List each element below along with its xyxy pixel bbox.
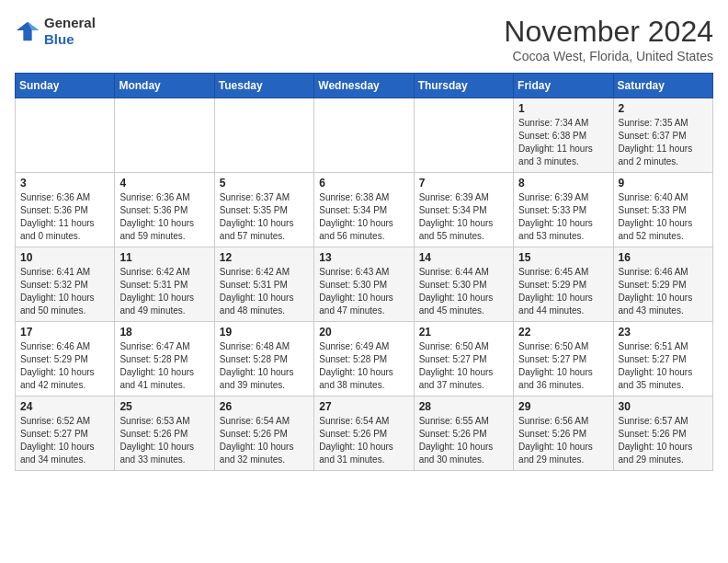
calendar-cell: 7Sunrise: 6:39 AM Sunset: 5:34 PM Daylig…: [414, 173, 513, 247]
day-info: Sunrise: 6:52 AM Sunset: 5:27 PM Dayligh…: [20, 415, 109, 466]
day-info: Sunrise: 6:54 AM Sunset: 5:26 PM Dayligh…: [319, 415, 408, 466]
day-info: Sunrise: 6:57 AM Sunset: 5:26 PM Dayligh…: [619, 415, 708, 466]
calendar-cell: 9Sunrise: 6:40 AM Sunset: 5:33 PM Daylig…: [613, 173, 712, 247]
day-number: 15: [518, 251, 608, 264]
calendar-cell: 18Sunrise: 6:47 AM Sunset: 5:28 PM Dayli…: [115, 322, 214, 396]
day-info: Sunrise: 6:46 AM Sunset: 5:29 PM Dayligh…: [20, 340, 109, 392]
calendar-cell: 6Sunrise: 6:38 AM Sunset: 5:34 PM Daylig…: [314, 173, 414, 247]
day-info: Sunrise: 6:39 AM Sunset: 5:34 PM Dayligh…: [419, 191, 508, 243]
logo: General Blue: [15, 15, 96, 48]
day-info: Sunrise: 6:36 AM Sunset: 5:36 PM Dayligh…: [119, 191, 209, 243]
day-number: 25: [119, 400, 209, 413]
day-info: Sunrise: 6:49 AM Sunset: 5:28 PM Dayligh…: [319, 340, 408, 392]
calendar-cell: 5Sunrise: 6:37 AM Sunset: 5:35 PM Daylig…: [214, 173, 313, 247]
calendar-week-row: 10Sunrise: 6:41 AM Sunset: 5:32 PM Dayli…: [16, 247, 713, 322]
calendar-week-row: 1Sunrise: 7:34 AM Sunset: 6:38 PM Daylig…: [16, 98, 713, 173]
weekday-header: Saturday: [613, 74, 712, 98]
calendar-cell: [16, 98, 115, 173]
calendar-header-row: SundayMondayTuesdayWednesdayThursdayFrid…: [16, 74, 713, 98]
day-number: 29: [518, 400, 608, 413]
day-info: Sunrise: 6:54 AM Sunset: 5:26 PM Dayligh…: [220, 415, 309, 466]
day-number: 5: [220, 177, 309, 190]
day-info: Sunrise: 6:43 AM Sunset: 5:30 PM Dayligh…: [319, 266, 408, 317]
day-info: Sunrise: 6:50 AM Sunset: 5:27 PM Dayligh…: [518, 340, 608, 392]
calendar-cell: 26Sunrise: 6:54 AM Sunset: 5:26 PM Dayli…: [214, 396, 313, 471]
day-number: 19: [220, 326, 309, 339]
day-number: 30: [619, 400, 708, 413]
calendar-cell: 13Sunrise: 6:43 AM Sunset: 5:30 PM Dayli…: [314, 247, 414, 322]
day-number: 11: [119, 251, 209, 264]
day-number: 28: [419, 400, 508, 413]
day-number: 20: [319, 326, 408, 339]
day-info: Sunrise: 6:48 AM Sunset: 5:28 PM Dayligh…: [220, 340, 309, 392]
day-info: Sunrise: 6:40 AM Sunset: 5:33 PM Dayligh…: [619, 191, 708, 243]
calendar-week-row: 3Sunrise: 6:36 AM Sunset: 5:36 PM Daylig…: [16, 173, 713, 247]
day-number: 21: [419, 326, 508, 339]
calendar-cell: 16Sunrise: 6:46 AM Sunset: 5:29 PM Dayli…: [613, 247, 712, 322]
logo-icon: [15, 18, 40, 44]
day-info: Sunrise: 6:55 AM Sunset: 5:26 PM Dayligh…: [419, 415, 508, 466]
calendar-cell: 11Sunrise: 6:42 AM Sunset: 5:31 PM Dayli…: [115, 247, 214, 322]
calendar-cell: 20Sunrise: 6:49 AM Sunset: 5:28 PM Dayli…: [314, 322, 414, 396]
weekday-header: Monday: [115, 74, 214, 98]
calendar-table: SundayMondayTuesdayWednesdayThursdayFrid…: [15, 73, 713, 471]
day-info: Sunrise: 7:35 AM Sunset: 6:37 PM Dayligh…: [619, 117, 708, 168]
month-title: November 2024: [504, 15, 713, 49]
calendar-cell: [115, 98, 214, 173]
day-number: 24: [20, 400, 109, 413]
day-number: 10: [20, 251, 109, 264]
title-block: November 2024 Cocoa West, Florida, Unite…: [504, 15, 713, 63]
calendar-cell: 2Sunrise: 7:35 AM Sunset: 6:37 PM Daylig…: [613, 98, 712, 173]
calendar-cell: 4Sunrise: 6:36 AM Sunset: 5:36 PM Daylig…: [115, 173, 214, 247]
day-number: 18: [119, 326, 209, 339]
day-info: Sunrise: 7:34 AM Sunset: 6:38 PM Dayligh…: [518, 117, 608, 168]
calendar-cell: 17Sunrise: 6:46 AM Sunset: 5:29 PM Dayli…: [16, 322, 115, 396]
weekday-header: Sunday: [16, 74, 115, 98]
day-number: 8: [518, 177, 608, 190]
day-number: 22: [518, 326, 608, 339]
calendar-cell: 15Sunrise: 6:45 AM Sunset: 5:29 PM Dayli…: [514, 247, 613, 322]
calendar-cell: 10Sunrise: 6:41 AM Sunset: 5:32 PM Dayli…: [16, 247, 115, 322]
day-number: 6: [319, 177, 408, 190]
calendar-cell: 3Sunrise: 6:36 AM Sunset: 5:36 PM Daylig…: [16, 173, 115, 247]
weekday-header: Tuesday: [214, 74, 313, 98]
calendar-cell: 28Sunrise: 6:55 AM Sunset: 5:26 PM Dayli…: [414, 396, 513, 471]
day-info: Sunrise: 6:42 AM Sunset: 5:31 PM Dayligh…: [119, 266, 209, 317]
calendar-week-row: 17Sunrise: 6:46 AM Sunset: 5:29 PM Dayli…: [16, 322, 713, 396]
day-number: 27: [319, 400, 408, 413]
calendar-cell: 25Sunrise: 6:53 AM Sunset: 5:26 PM Dayli…: [115, 396, 214, 471]
day-info: Sunrise: 6:46 AM Sunset: 5:29 PM Dayligh…: [619, 266, 708, 317]
day-info: Sunrise: 6:45 AM Sunset: 5:29 PM Dayligh…: [518, 266, 608, 317]
day-number: 4: [119, 177, 209, 190]
calendar-cell: 30Sunrise: 6:57 AM Sunset: 5:26 PM Dayli…: [613, 396, 712, 471]
calendar-cell: 29Sunrise: 6:56 AM Sunset: 5:26 PM Dayli…: [514, 396, 613, 471]
day-number: 7: [419, 177, 508, 190]
day-number: 23: [619, 326, 708, 339]
calendar-cell: [314, 98, 414, 173]
calendar-cell: [414, 98, 513, 173]
day-number: 17: [20, 326, 109, 339]
calendar-cell: 1Sunrise: 7:34 AM Sunset: 6:38 PM Daylig…: [514, 98, 613, 173]
location-subtitle: Cocoa West, Florida, United States: [504, 49, 713, 63]
calendar-cell: 24Sunrise: 6:52 AM Sunset: 5:27 PM Dayli…: [16, 396, 115, 471]
weekday-header: Friday: [514, 74, 613, 98]
day-info: Sunrise: 6:37 AM Sunset: 5:35 PM Dayligh…: [220, 191, 309, 243]
day-number: 1: [518, 102, 608, 115]
weekday-header: Thursday: [414, 74, 513, 98]
day-info: Sunrise: 6:47 AM Sunset: 5:28 PM Dayligh…: [119, 340, 209, 392]
day-info: Sunrise: 6:38 AM Sunset: 5:34 PM Dayligh…: [319, 191, 408, 243]
calendar-cell: 23Sunrise: 6:51 AM Sunset: 5:27 PM Dayli…: [613, 322, 712, 396]
calendar-cell: 27Sunrise: 6:54 AM Sunset: 5:26 PM Dayli…: [314, 396, 414, 471]
weekday-header: Wednesday: [314, 74, 414, 98]
calendar-cell: [214, 98, 313, 173]
day-info: Sunrise: 6:53 AM Sunset: 5:26 PM Dayligh…: [119, 415, 209, 466]
day-number: 16: [619, 251, 708, 264]
day-info: Sunrise: 6:51 AM Sunset: 5:27 PM Dayligh…: [619, 340, 708, 392]
day-number: 12: [220, 251, 309, 264]
calendar-cell: 8Sunrise: 6:39 AM Sunset: 5:33 PM Daylig…: [514, 173, 613, 247]
calendar-cell: 19Sunrise: 6:48 AM Sunset: 5:28 PM Dayli…: [214, 322, 313, 396]
calendar-cell: 22Sunrise: 6:50 AM Sunset: 5:27 PM Dayli…: [514, 322, 613, 396]
day-number: 2: [619, 102, 708, 115]
day-info: Sunrise: 6:39 AM Sunset: 5:33 PM Dayligh…: [518, 191, 608, 243]
calendar-cell: 12Sunrise: 6:42 AM Sunset: 5:31 PM Dayli…: [214, 247, 313, 322]
